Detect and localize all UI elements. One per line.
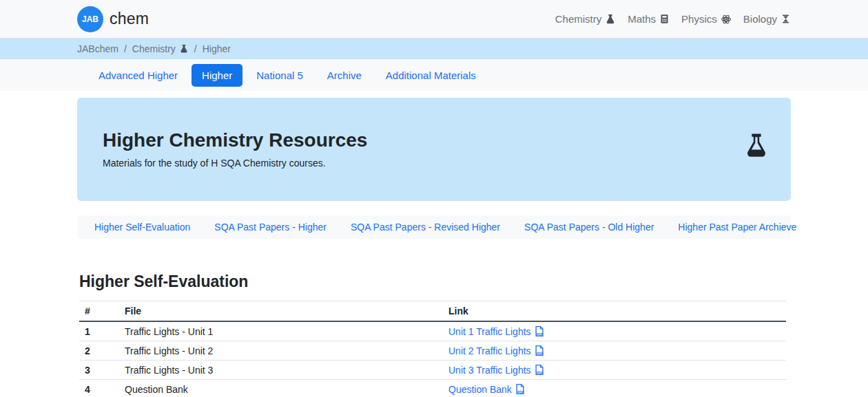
page-subtitle: Materials for the study of H SQA Chemist…: [103, 158, 770, 169]
section-heading: Higher Self-Evaluation: [77, 272, 791, 291]
table-row: 4 Question Bank Question Bank: [79, 380, 786, 397]
breadcrumb-label: Higher: [203, 43, 231, 54]
section-link-self-evaluation[interactable]: Higher Self-Evaluation: [94, 222, 190, 233]
page-title: Higher Chemistry Resources: [103, 129, 770, 151]
pdf-icon: [515, 383, 526, 395]
main-content: Higher Chemistry Resources Materials for…: [77, 98, 791, 397]
nav-item-label: Maths: [628, 13, 656, 25]
calculator-icon: [659, 14, 670, 24]
section-link-past-papers-higher[interactable]: SQA Past Papers - Higher: [214, 222, 327, 233]
tab-additional-materials[interactable]: Additional Materials: [375, 64, 486, 87]
file-name: Question Bank: [119, 380, 443, 397]
nav-item-chemistry[interactable]: Chemistry: [555, 13, 617, 25]
breadcrumb-label: JABchem: [77, 43, 118, 54]
hourglass-icon: [781, 14, 791, 24]
subject-nav: Chemistry Maths Physics Biology: [555, 13, 791, 25]
file-link[interactable]: Unit 2 Traffic Lights: [448, 345, 545, 356]
file-name: Traffic Lights - Unit 3: [119, 361, 443, 380]
course-tabs: Advanced Higher Higher National 5 Archiv…: [77, 64, 791, 87]
atom-icon: [721, 14, 732, 25]
section-link-archive[interactable]: Higher Past Paper Archieve: [678, 222, 796, 233]
flask-icon: [605, 14, 616, 25]
file-name: Traffic Lights - Unit 2: [119, 341, 443, 361]
flask-icon: [743, 131, 770, 164]
tab-archive[interactable]: Archive: [317, 64, 372, 87]
row-number: 2: [79, 341, 119, 361]
file-link[interactable]: Unit 1 Traffic Lights: [448, 325, 545, 337]
section-link-past-papers-revised[interactable]: SQA Past Papers - Revised Higher: [351, 222, 500, 233]
table-row: 1 Traffic Lights - Unit 1 Unit 1 Traffic…: [79, 321, 786, 341]
nav-item-label: Physics: [681, 13, 717, 25]
file-link-label: Question Bank: [448, 384, 512, 395]
table-row: 2 Traffic Lights - Unit 2 Unit 2 Traffic…: [79, 341, 786, 361]
breadcrumb-label: Chemistry: [132, 43, 176, 54]
table-row: 3 Traffic Lights - Unit 3 Unit 3 Traffic…: [79, 361, 786, 380]
breadcrumb-item-higher[interactable]: Higher: [203, 43, 231, 54]
nav-item-label: Biology: [743, 13, 777, 25]
course-tabstrip: Advanced Higher Higher National 5 Archiv…: [0, 59, 868, 91]
file-link-label: Unit 2 Traffic Lights: [448, 345, 531, 356]
pdf-icon: [534, 345, 545, 356]
file-link-label: Unit 3 Traffic Lights: [448, 365, 531, 376]
breadcrumb-separator: /: [194, 43, 197, 54]
breadcrumb-bar: JABchem / Chemistry / Higher: [0, 38, 868, 59]
tab-national-5[interactable]: National 5: [246, 64, 313, 87]
row-number: 4: [79, 380, 119, 397]
column-header-link: Link: [443, 301, 786, 322]
file-link-label: Unit 1 Traffic Lights: [448, 326, 531, 337]
top-navbar: JAB chem Chemistry Maths Physics Biology: [0, 0, 868, 38]
brand-circle-logo: JAB: [77, 6, 103, 32]
flask-icon: [179, 44, 189, 54]
file-link[interactable]: Unit 3 Traffic Lights: [448, 364, 545, 376]
nav-item-biology[interactable]: Biology: [743, 13, 791, 25]
breadcrumb-separator: /: [124, 43, 127, 54]
nav-item-maths[interactable]: Maths: [628, 13, 670, 25]
file-name: Traffic Lights - Unit 1: [119, 321, 443, 341]
brand-logo[interactable]: JAB chem: [77, 6, 149, 32]
hero-banner: Higher Chemistry Resources Materials for…: [77, 98, 791, 201]
column-header-file: File: [119, 301, 443, 322]
tab-advanced-higher[interactable]: Advanced Higher: [88, 64, 188, 87]
row-number: 3: [79, 361, 119, 380]
section-link-past-papers-old[interactable]: SQA Past Papers - Old Higher: [524, 222, 654, 233]
breadcrumb-item-chemistry[interactable]: Chemistry: [132, 43, 189, 54]
file-link[interactable]: Question Bank: [448, 383, 526, 395]
pdf-icon: [534, 325, 545, 337]
files-table: # File Link 1 Traffic Lights - Unit 1 Un…: [79, 301, 786, 397]
nav-item-physics[interactable]: Physics: [681, 13, 732, 25]
pdf-icon: [534, 364, 545, 376]
brand-name: chem: [110, 10, 149, 28]
tab-higher[interactable]: Higher: [192, 64, 242, 87]
nav-item-label: Chemistry: [555, 13, 602, 25]
column-header-num: #: [79, 301, 119, 322]
row-number: 1: [79, 321, 119, 341]
breadcrumb-item-jabchem[interactable]: JABchem: [77, 43, 118, 54]
breadcrumb: JABchem / Chemistry / Higher: [77, 43, 791, 54]
section-nav: Higher Self-Evaluation SQA Past Papers -…: [77, 215, 791, 239]
table-header-row: # File Link: [79, 301, 786, 322]
